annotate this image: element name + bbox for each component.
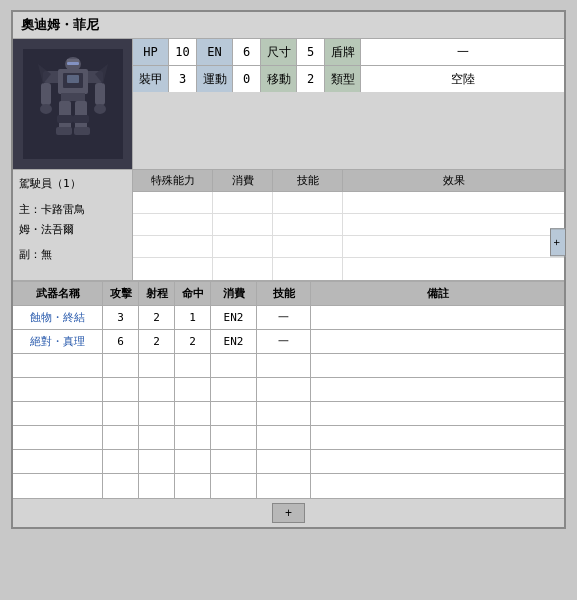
- type-value: 空陸: [361, 66, 564, 92]
- weapon-empty-row: [13, 450, 564, 474]
- weapon-empty-row: [13, 354, 564, 378]
- stats-row-1: HP 10 EN 6 尺寸 5 盾牌 一: [133, 39, 564, 66]
- ability-special-3: [133, 236, 213, 257]
- weapon-cost-2: EN2: [211, 330, 257, 353]
- weapon-range-2: 2: [139, 330, 175, 353]
- weapon-cost-1: EN2: [211, 306, 257, 329]
- ability-special-4: [133, 258, 213, 280]
- weapon-empty-hit: [175, 378, 211, 401]
- add-weapon-button[interactable]: +: [272, 503, 305, 523]
- weapon-empty-hit: [175, 426, 211, 449]
- weapons-cost-header: 消費: [211, 282, 257, 305]
- weapon-empty-note: [311, 378, 564, 401]
- svg-point-10: [94, 104, 106, 114]
- abilities-row: [133, 214, 564, 236]
- hp-label: HP: [133, 39, 169, 65]
- weapon-empty-skill: [257, 354, 311, 377]
- weapon-empty-hit: [175, 474, 211, 498]
- pilot-main-sub: 姆・法吾爾: [19, 220, 126, 240]
- mecha-silhouette: [23, 49, 123, 159]
- abilities-table: 特殊能力 消費 技能 效果: [133, 170, 564, 280]
- abilities-section: 駕駛員（1） 主：卡路雷鳥 姆・法吾爾 副：無 特殊能力 消費 技能 效果: [13, 170, 564, 281]
- weapon-empty-row: [13, 378, 564, 402]
- ability-effect-3: [343, 236, 564, 257]
- hp-value: 10: [169, 39, 197, 65]
- side-add-button[interactable]: +: [550, 228, 566, 256]
- weapon-empty-row: [13, 426, 564, 450]
- weapons-section: 武器名稱 攻擊 射程 命中 消費 技能 備註 蝕物・終結 3 2 1 EN2 一…: [13, 281, 564, 498]
- abilities-cost-header: 消費: [213, 170, 273, 191]
- weapon-row-2: 絕對・真理 6 2 2 EN2 一: [13, 330, 564, 354]
- weapon-hit-1: 1: [175, 306, 211, 329]
- weapon-empty-cost: [211, 354, 257, 377]
- ability-skill-2: [273, 214, 343, 235]
- unit-card: 奧迪姆・菲尼: [11, 10, 566, 529]
- move-type-value: 0: [233, 66, 261, 92]
- weapon-empty-row: [13, 402, 564, 426]
- unit-image: [13, 39, 133, 169]
- top-section: HP 10 EN 6 尺寸 5 盾牌 一 裝甲 3 運動 0 移動 2 類型 空…: [13, 39, 564, 170]
- weapons-name-header: 武器名稱: [13, 282, 103, 305]
- svg-rect-2: [67, 59, 79, 62]
- svg-rect-7: [41, 83, 51, 105]
- ability-skill-3: [273, 236, 343, 257]
- weapon-empty-skill: [257, 402, 311, 425]
- weapon-empty-range: [139, 450, 175, 473]
- weapon-note-2: [311, 330, 564, 353]
- weapon-empty-hit: [175, 402, 211, 425]
- svg-rect-21: [67, 62, 79, 65]
- abilities-skill-header: 技能: [273, 170, 343, 191]
- weapon-empty-cost: [211, 378, 257, 401]
- weapons-skill-header: 技能: [257, 282, 311, 305]
- pilot-sub: 副：無: [19, 245, 126, 265]
- ability-effect-2: [343, 214, 564, 235]
- weapon-name-2: 絕對・真理: [13, 330, 103, 353]
- pilot-label: 駕駛員（1）: [19, 174, 126, 194]
- stats-grid: HP 10 EN 6 尺寸 5 盾牌 一 裝甲 3 運動 0 移動 2 類型 空…: [133, 39, 564, 169]
- weapon-row-1: 蝕物・終結 3 2 1 EN2 一: [13, 306, 564, 330]
- weapon-empty-atk: [103, 402, 139, 425]
- weapon-empty-range: [139, 378, 175, 401]
- weapon-empty-atk: [103, 378, 139, 401]
- abilities-row: [133, 258, 564, 280]
- svg-rect-15: [73, 115, 89, 123]
- ability-skill-1: [273, 192, 343, 213]
- weapon-skill-2: 一: [257, 330, 311, 353]
- weapon-empty-note: [311, 426, 564, 449]
- shield-value: 一: [361, 39, 564, 65]
- weapon-empty-skill: [257, 474, 311, 498]
- abilities-special-header: 特殊能力: [133, 170, 213, 191]
- side-toolbar: +: [550, 228, 566, 259]
- weapon-empty-name: [13, 474, 103, 498]
- move-value: 2: [297, 66, 325, 92]
- pilot-info: 駕駛員（1） 主：卡路雷鳥 姆・法吾爾 副：無: [13, 170, 133, 280]
- weapon-empty-note: [311, 402, 564, 425]
- weapon-empty-skill: [257, 378, 311, 401]
- move-label: 移動: [261, 66, 297, 92]
- move-type-label: 運動: [197, 66, 233, 92]
- weapon-empty-atk: [103, 426, 139, 449]
- abilities-body: [133, 192, 564, 280]
- armor-label: 裝甲: [133, 66, 169, 92]
- weapon-empty-skill: [257, 450, 311, 473]
- weapons-note-header: 備註: [311, 282, 564, 305]
- svg-rect-20: [67, 75, 79, 83]
- abilities-effect-header: 效果: [343, 170, 564, 191]
- weapon-empty-range: [139, 474, 175, 498]
- ability-special-2: [133, 214, 213, 235]
- weapon-empty-cost: [211, 450, 257, 473]
- ability-cost-3: [213, 236, 273, 257]
- abilities-header: 特殊能力 消費 技能 效果: [133, 170, 564, 192]
- ability-skill-4: [273, 258, 343, 280]
- weapons-hit-header: 命中: [175, 282, 211, 305]
- weapon-empty-hit: [175, 354, 211, 377]
- svg-point-9: [40, 104, 52, 114]
- svg-rect-14: [57, 115, 73, 123]
- svg-rect-11: [61, 93, 85, 101]
- weapon-empty-name: [13, 378, 103, 401]
- weapons-range-header: 射程: [139, 282, 175, 305]
- weapon-empty-atk: [103, 354, 139, 377]
- armor-value: 3: [169, 66, 197, 92]
- weapons-header: 武器名稱 攻擊 射程 命中 消費 技能 備註: [13, 281, 564, 306]
- weapon-empty-range: [139, 426, 175, 449]
